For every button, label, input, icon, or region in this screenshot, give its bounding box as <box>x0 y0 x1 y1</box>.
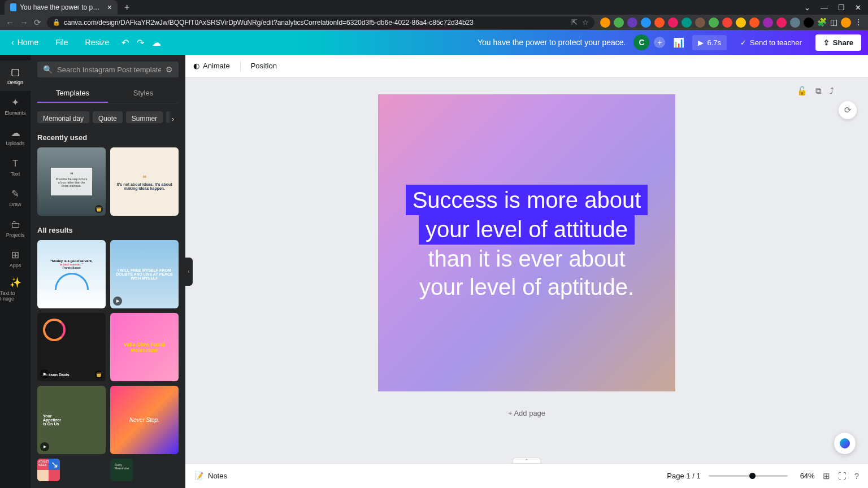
play-icon: ▶ <box>698 38 704 47</box>
tool-rail: ▢Design ✦Elements ☁Uploads TText ✎Draw 🗀… <box>0 55 31 488</box>
profile-avatar[interactable] <box>841 18 851 28</box>
ext-icon[interactable] <box>600 18 610 28</box>
apps-icon: ⊞ <box>11 249 19 261</box>
file-menu[interactable]: File <box>51 34 73 50</box>
tool-design[interactable]: ▢Design <box>0 60 31 91</box>
maximize-icon[interactable]: ❐ <box>838 3 845 12</box>
play-badge-icon: ▶ <box>40 442 49 451</box>
resize-button[interactable]: Resize <box>81 34 114 50</box>
export-page-icon[interactable]: ⤴ <box>830 86 834 96</box>
document-title[interactable]: You have the power to protect your peace… <box>478 38 626 47</box>
duplicate-page-icon[interactable]: ⧉ <box>815 86 822 96</box>
tool-draw[interactable]: ✎Draw <box>0 182 31 213</box>
notes-button[interactable]: 📝 Notes <box>194 472 227 480</box>
text-icon: T <box>12 158 18 169</box>
position-button[interactable]: Position <box>251 62 277 70</box>
bookmark-icon[interactable]: ☆ <box>582 18 589 27</box>
side-panel-icon[interactable]: ◫ <box>830 18 837 28</box>
undo-icon[interactable]: ↶ <box>121 37 129 48</box>
zoom-slider[interactable] <box>709 475 788 477</box>
close-tab-icon[interactable]: × <box>107 3 112 12</box>
present-button[interactable]: ▶ 6.7s <box>692 35 727 50</box>
analytics-icon[interactable]: 📊 <box>673 37 684 48</box>
ext-icon[interactable] <box>790 18 800 28</box>
refresh-design-button[interactable]: ⟳ <box>839 101 857 119</box>
user-avatar[interactable]: C <box>633 34 649 50</box>
chip-summer[interactable]: Summer <box>126 111 163 123</box>
template-card[interactable]: ❝Prioritize the step in front of you rat… <box>37 147 106 216</box>
chevron-left-icon: ‹ <box>11 38 14 47</box>
zoom-thumb[interactable] <box>749 473 756 479</box>
tool-apps[interactable]: ⊞Apps <box>0 243 31 274</box>
search-row: 🔍 ⚙ <box>37 62 179 77</box>
ext-icon[interactable] <box>749 18 760 28</box>
page-indicator[interactable]: Page 1 / 1 <box>667 472 700 480</box>
extensions-icon[interactable]: 🧩 <box>817 18 827 28</box>
ext-icon[interactable] <box>695 18 705 28</box>
install-icon[interactable]: ⇱ <box>571 18 578 27</box>
ext-icon[interactable] <box>627 18 637 28</box>
lock-page-icon[interactable]: 🔓 <box>797 86 808 96</box>
template-card[interactable]: I WILL FREE MYSELF FROM DOUBTS AND LIVE … <box>110 240 179 308</box>
chips-scroll-right[interactable]: › <box>167 111 179 123</box>
ext-icon[interactable] <box>668 18 678 28</box>
chip-memorial-day[interactable]: Memorial day <box>37 111 89 123</box>
forward-button[interactable]: → <box>20 18 28 27</box>
reload-button[interactable]: ⟳ <box>34 18 41 28</box>
home-button[interactable]: ‹ Home <box>7 34 43 50</box>
template-card[interactable]: "Money is a good servant, a bad master."… <box>37 240 106 308</box>
add-collaborator-button[interactable]: + <box>654 37 665 48</box>
magic-assist-button[interactable] <box>834 433 856 454</box>
help-icon[interactable]: ? <box>854 471 859 481</box>
browser-tab[interactable]: You have the power to protect y… × <box>5 0 118 15</box>
quote-text-element[interactable]: Success is more about your level of atti… <box>378 185 675 301</box>
address-bar[interactable]: 🔒 canva.com/design/DAFkaYR2wJw/BQQFfT0Ax… <box>47 16 594 29</box>
collapse-footer-handle[interactable]: ⌃ <box>513 457 541 463</box>
menu-icon[interactable]: ⋮ <box>854 18 862 28</box>
chip-quote[interactable]: Quote <box>93 111 123 123</box>
search-input[interactable] <box>57 66 161 74</box>
redo-icon[interactable]: ↷ <box>137 37 144 48</box>
send-to-teacher-button[interactable]: ✓ Send to teacher <box>735 35 808 50</box>
tab-templates[interactable]: Templates <box>37 84 108 103</box>
design-page[interactable]: Success is more about your level of atti… <box>378 94 675 391</box>
ext-icon[interactable] <box>614 18 624 28</box>
tool-uploads[interactable]: ☁Uploads <box>0 121 31 152</box>
canvas-area: ‹ ◐ Animate Position 🔓 ⧉ ⤴ ⟳ Success is … <box>185 55 868 488</box>
add-page-button[interactable]: + Add page <box>378 403 675 424</box>
ext-icon[interactable] <box>654 18 665 28</box>
template-card[interactable]: Valla Glow Facial Moisturizer <box>110 313 179 381</box>
ext-icon[interactable] <box>709 18 719 28</box>
share-button[interactable]: ⇪ Share <box>815 34 861 51</box>
fullscreen-icon[interactable]: ⛶ <box>838 471 847 481</box>
ext-icon[interactable] <box>776 18 787 28</box>
grid-view-icon[interactable]: ⊞ <box>823 471 830 481</box>
template-card[interactable]: ❝ It's not about ideas. It's about makin… <box>110 147 179 216</box>
ext-icon[interactable] <box>736 18 746 28</box>
minimize-icon[interactable]: — <box>821 3 828 12</box>
template-card[interactable]: ATHLETICS WEEK ↘ <box>37 459 60 481</box>
filter-icon[interactable]: ⚙ <box>166 65 173 74</box>
tool-text-to-image[interactable]: ✨Text to Image <box>0 274 31 304</box>
template-card[interactable]: Your Appetizer is On Us ▶ <box>37 386 106 454</box>
tool-text[interactable]: TText <box>0 152 31 182</box>
tool-projects[interactable]: 🗀Projects <box>0 213 31 243</box>
chevron-down-icon[interactable]: ⌄ <box>804 3 810 12</box>
close-window-icon[interactable]: ✕ <box>855 3 861 12</box>
ext-icon[interactable] <box>641 18 651 28</box>
template-card[interactable]: Daily Reminder <box>110 459 133 481</box>
tab-styles[interactable]: Styles <box>108 84 179 103</box>
animate-icon: ◐ <box>193 62 199 70</box>
zoom-value[interactable]: 64% <box>800 472 815 480</box>
tab-title: You have the power to protect y… <box>20 3 102 11</box>
template-card[interactable]: Jackson Davis ▶ 👑 <box>37 313 106 381</box>
ext-icon[interactable] <box>682 18 692 28</box>
ext-icon[interactable] <box>804 18 814 28</box>
animate-button[interactable]: ◐ Animate <box>193 62 230 70</box>
new-tab-button[interactable]: + <box>124 2 129 12</box>
tool-elements[interactable]: ✦Elements <box>0 91 31 121</box>
ext-icon[interactable] <box>763 18 773 28</box>
ext-icon[interactable] <box>722 18 732 28</box>
template-card[interactable]: Never Stop. <box>110 386 179 454</box>
back-button[interactable]: ← <box>6 18 14 27</box>
